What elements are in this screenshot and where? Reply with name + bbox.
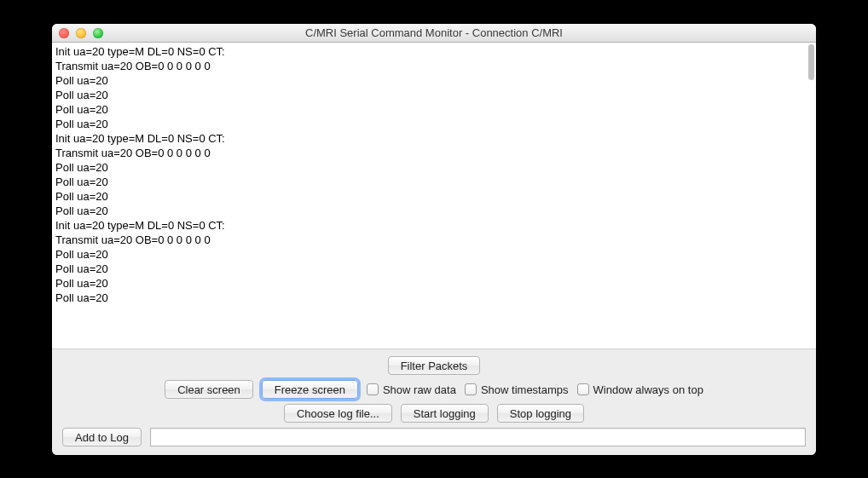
show-timestamps-checkbox[interactable]: Show timestamps bbox=[465, 383, 569, 396]
log-entry-input[interactable] bbox=[150, 428, 806, 446]
log-text: Init ua=20 type=M DL=0 NS=0 CT: Transmit… bbox=[52, 43, 816, 307]
close-icon[interactable] bbox=[59, 28, 69, 38]
traffic-lights bbox=[59, 28, 103, 38]
window-always-on-top-checkbox[interactable]: Window always on top bbox=[577, 383, 703, 396]
app-window: C/MRI Serial Command Monitor - Connectio… bbox=[52, 24, 816, 455]
filter-packets-button[interactable]: Filter Packets bbox=[388, 356, 481, 375]
start-logging-button[interactable]: Start logging bbox=[401, 404, 489, 423]
checkbox-box bbox=[577, 383, 589, 395]
minimize-icon[interactable] bbox=[76, 28, 86, 38]
checkbox-label: Show raw data bbox=[383, 383, 456, 396]
row-logging: Choose log file... Start logging Stop lo… bbox=[59, 404, 809, 423]
window-title: C/MRI Serial Command Monitor - Connectio… bbox=[52, 26, 816, 39]
add-to-log-button[interactable]: Add to Log bbox=[62, 428, 142, 446]
stop-logging-button[interactable]: Stop logging bbox=[497, 404, 584, 423]
scrollbar-thumb[interactable] bbox=[808, 44, 814, 80]
log-panel[interactable]: Init ua=20 type=M DL=0 NS=0 CT: Transmit… bbox=[52, 43, 816, 349]
controls-panel: Filter Packets Clear screen Freeze scree… bbox=[52, 349, 816, 455]
zoom-icon[interactable] bbox=[93, 28, 103, 38]
choose-log-file-button[interactable]: Choose log file... bbox=[284, 404, 392, 423]
checkbox-label: Window always on top bbox=[593, 383, 703, 396]
row-screen: Clear screen Freeze screen Show raw data… bbox=[59, 380, 809, 399]
show-raw-data-checkbox[interactable]: Show raw data bbox=[367, 383, 456, 396]
row-filter: Filter Packets bbox=[59, 356, 809, 375]
row-add-to-log: Add to Log bbox=[59, 428, 809, 446]
clear-screen-button[interactable]: Clear screen bbox=[165, 380, 253, 399]
checkbox-box bbox=[367, 383, 379, 395]
checkbox-label: Show timestamps bbox=[481, 383, 569, 396]
freeze-screen-button[interactable]: Freeze screen bbox=[262, 380, 358, 399]
checkbox-box bbox=[465, 383, 477, 395]
titlebar: C/MRI Serial Command Monitor - Connectio… bbox=[52, 24, 816, 43]
